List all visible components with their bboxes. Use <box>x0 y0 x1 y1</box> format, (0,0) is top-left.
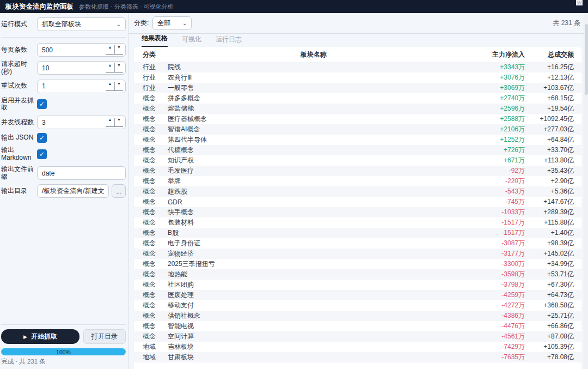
chevron-down-icon: ⌄ <box>182 20 187 26</box>
table-row[interactable]: 概念第四代半导体+1252万+64.84亿 <box>134 135 581 145</box>
table-row[interactable]: 概念社区团购-3798万+67.30亿 <box>134 280 581 290</box>
table-row[interactable]: 概念供销社概念-4386万+25.71亿 <box>134 311 581 321</box>
threads-stepper: ▲ ▼ <box>106 116 125 129</box>
timeout-label: 请求超时(秒) <box>1 61 37 76</box>
cell-main-inflow: -4386万 <box>460 311 525 320</box>
page-size-label: 每页条数 <box>1 46 37 54</box>
progress-bar: 100% <box>1 348 126 355</box>
cell-category: 概念 <box>134 239 168 248</box>
start-scrape-label: 开始抓取 <box>31 332 57 341</box>
open-directory-button[interactable]: 打开目录 <box>83 329 126 344</box>
tab-visualization[interactable]: 可视化 <box>182 35 201 47</box>
cell-total-turnover: +66.86亿 <box>525 322 581 331</box>
vertical-scrollbar[interactable] <box>584 13 588 369</box>
table-row[interactable]: 概念代糖概念+726万+33.70亿 <box>134 145 581 155</box>
cell-sector-name: 毛发医疗 <box>168 166 460 176</box>
outdir-input[interactable] <box>38 187 108 195</box>
table-row[interactable]: 概念移动支付-4272万+368.58亿 <box>134 300 581 311</box>
cell-category: 概念 <box>134 228 168 238</box>
page-size-input[interactable] <box>38 46 106 54</box>
table-row[interactable]: 概念空间计算-4561万+87.08亿 <box>134 331 581 342</box>
spin-down-icon[interactable]: ▼ <box>114 63 123 72</box>
threads-input[interactable] <box>38 119 106 126</box>
cell-category: 概念 <box>134 280 168 289</box>
page-size-field: ▲ ▼ <box>37 43 126 57</box>
cell-sector-name: 地热能 <box>168 270 460 279</box>
table-row[interactable]: 概念毛发医疗-92万+35.43亿 <box>134 166 581 176</box>
run-mode-value: 抓取全部板块 <box>42 20 81 29</box>
start-scrape-button[interactable]: ▶ 开始抓取 <box>1 329 79 344</box>
app-title: 板块资金流向监控面板 <box>5 2 74 11</box>
table-row[interactable]: 概念地热能-3598万+53.71亿 <box>134 269 581 280</box>
table-row[interactable]: 概念宠物经济-3177万+145.02亿 <box>134 249 581 259</box>
cell-sector-name: 熔盐储能 <box>168 104 460 113</box>
spin-down-icon[interactable]: ▼ <box>114 45 123 55</box>
cell-main-inflow: +671万 <box>460 156 525 165</box>
cell-total-turnover: +115.88亿 <box>525 218 581 227</box>
main-panel: 分类: 全部 ⌄ 共 231 条 结果表格 可视化 运行日志 分类 板块名称 主… <box>129 13 588 369</box>
cell-sector-name: 拼多多概念 <box>168 94 460 103</box>
cell-sector-name: 宠物经济 <box>168 249 460 258</box>
table-row[interactable]: 概念医疗器械概念+2588万+1092.45亿 <box>134 114 581 124</box>
cell-category: 行业 <box>134 73 168 82</box>
table-row[interactable]: 概念超跌股-543万+5.36亿 <box>134 186 581 197</box>
table-row[interactable]: 概念智能电视-4476万+66.86亿 <box>134 321 581 331</box>
retry-stepper: ▲ ▼ <box>106 80 125 93</box>
table-row[interactable]: 概念快手概念-1033万+289.39亿 <box>134 207 581 217</box>
retry-input[interactable] <box>38 82 106 90</box>
col-main-inflow: 主力净流入 <box>460 50 525 59</box>
run-mode-select[interactable]: 抓取全部板块 ⌄ <box>37 17 126 31</box>
table-row[interactable]: 概念电子身份证-3087万+98.39亿 <box>134 238 581 249</box>
scrollbar-thumb[interactable] <box>585 24 588 95</box>
table-row[interactable]: 行业一般零售+3069万+103.67亿 <box>134 83 581 93</box>
output-json-checkbox[interactable]: ✓ <box>37 133 47 143</box>
table-row[interactable]: 行业农商行Ⅲ+3076万+12.13亿 <box>134 72 581 83</box>
spin-down-icon[interactable]: ▼ <box>114 82 123 91</box>
table-row[interactable]: 概念B股-1517万+1.40亿 <box>134 228 581 238</box>
spin-up-icon[interactable]: ▲ <box>106 82 114 91</box>
cell-total-turnover: +368.58亿 <box>525 301 581 310</box>
browse-directory-button[interactable]: ... <box>112 184 126 198</box>
output-markdown-checkbox[interactable]: ✓ <box>37 149 47 159</box>
cell-sector-name: 智谱AI概念 <box>168 125 460 134</box>
spin-down-icon[interactable]: ▼ <box>114 118 123 127</box>
table-row[interactable]: 概念包装材料-1517万+115.88亿 <box>134 217 581 228</box>
page-size-stepper: ▲ ▼ <box>106 44 125 56</box>
table-row[interactable]: 概念GDR-745万+147.67亿 <box>134 197 581 207</box>
table-row[interactable]: 概念知识产权+671万+113.80亿 <box>134 155 581 166</box>
spin-up-icon[interactable]: ▲ <box>106 45 114 55</box>
results-card: 分类 板块名称 主力净流入 总成交额 行业院线+3343万+16.25亿行业农商… <box>134 47 581 369</box>
table-row[interactable]: 地域吉林板块-7429万+105.39亿 <box>134 342 581 352</box>
category-filter-select[interactable]: 全部 ⌄ <box>152 16 192 30</box>
cell-main-inflow: +3069万 <box>460 83 525 93</box>
timeout-input[interactable] <box>38 64 106 72</box>
table-row[interactable]: 概念智谱AI概念+2106万+277.03亿 <box>134 124 581 135</box>
cell-total-turnover: +103.67亿 <box>525 83 581 93</box>
cell-category: 概念 <box>134 156 168 165</box>
outdir-field <box>37 184 109 198</box>
cell-category: 概念 <box>134 249 168 258</box>
table-row[interactable]: 概念2025三季报扭亏-3300万+34.99亿 <box>134 259 581 269</box>
table-row[interactable]: 概念熔盐储能+2596万+19.54亿 <box>134 104 581 114</box>
cell-total-turnover: +68.15亿 <box>525 94 581 103</box>
cell-main-inflow: +726万 <box>460 146 525 155</box>
concurrent-checkbox[interactable]: ✓ <box>37 99 47 109</box>
spin-up-icon[interactable]: ▲ <box>106 118 114 127</box>
tab-run-log[interactable]: 运行日志 <box>216 35 242 47</box>
table-row[interactable]: 地域甘肃板块-7635万+78.08亿 <box>134 352 581 362</box>
cell-main-inflow: -3598万 <box>460 270 525 279</box>
cell-sector-name: GDR <box>168 198 460 206</box>
table-row[interactable]: 概念医废处理-4259万+64.73亿 <box>134 290 581 300</box>
retry-label: 重试次数 <box>1 82 37 90</box>
table-row[interactable]: 概念举牌-220万+2.90亿 <box>134 176 581 186</box>
spin-up-icon[interactable]: ▲ <box>106 63 114 72</box>
cell-category: 概念 <box>134 291 168 300</box>
output-json-label: 输出 JSON <box>1 134 37 142</box>
tab-results[interactable]: 结果表格 <box>142 34 168 47</box>
table-row[interactable]: 概念拼多多概念+2740万+68.15亿 <box>134 93 581 104</box>
table-row[interactable]: 行业院线+3343万+16.25亿 <box>134 62 581 72</box>
prefix-input[interactable] <box>38 170 125 177</box>
col-total-turnover: 总成交额 <box>525 50 581 59</box>
cell-category: 概念 <box>134 146 168 155</box>
cell-sector-name: 电子身份证 <box>168 239 460 248</box>
